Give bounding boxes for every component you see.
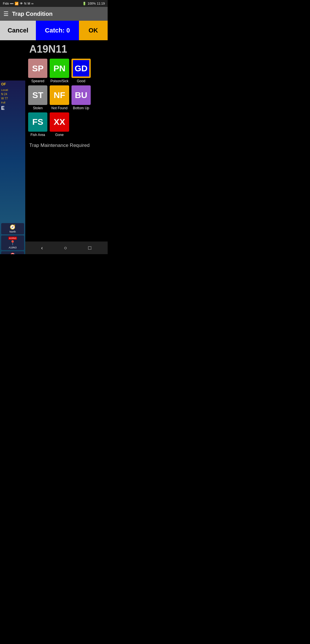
condition-btn-st[interactable]: ST [28, 85, 47, 105]
trap-id: A19N11 [28, 43, 91, 55]
eye-icon: 👁 [20, 2, 23, 5]
nfc-icon: N [24, 2, 26, 5]
a19n3-label: A19N3 [9, 246, 17, 249]
condition-btn-fs[interactable]: FS [28, 112, 47, 132]
condition-label-gd: Good [77, 79, 85, 83]
trap-badge: A19N3 [8, 237, 17, 240]
condition-label-pn: Poison/Sick [51, 79, 69, 83]
map-label-of: OF [0, 80, 25, 88]
status-left: Fido ▪▪▪ 📶 👁 N M ∞ [3, 2, 34, 5]
location-pin-icon: 📍 [10, 240, 16, 246]
north-label: North [9, 230, 16, 233]
signal-icon: ▪▪▪ [10, 2, 13, 5]
condition-btn-pn[interactable]: PN [50, 59, 69, 78]
action-bar: Cancel Catch: 0 OK [0, 21, 108, 40]
app-wrapper: Fido ▪▪▪ 📶 👁 N M ∞ 🔋 100% 11:19 ☰ Trap C… [0, 0, 108, 254]
catch-button[interactable]: Catch: 0 [36, 21, 79, 40]
body-area: OF Locati N 24 W 77 Foll E 🧭 North A19N3… [0, 40, 108, 241]
ok-button[interactable]: OK [79, 21, 108, 40]
main-panel: A19N11 SP Speared PN Poison/Sick [25, 40, 94, 241]
status-bar: Fido ▪▪▪ 📶 👁 N M ∞ 🔋 100% 11:19 [0, 0, 108, 7]
header: ☰ Trap Condition [0, 7, 108, 21]
maintenance-text: Trap Maintenance Required [28, 140, 91, 151]
battery-text: 100% [88, 2, 96, 5]
nav-home-button[interactable]: ○ [59, 243, 72, 253]
condition-label-bu: Bottom Up [73, 106, 89, 110]
autozoom-icon: 🎯 [10, 252, 16, 254]
carrier-text: Fido [3, 2, 9, 5]
nav-recents-button[interactable]: □ [84, 243, 96, 253]
condition-item-sp[interactable]: SP Speared [28, 59, 47, 83]
misc-icon: ∞ [31, 2, 34, 5]
condition-label-fs: Fish Area [30, 133, 45, 137]
condition-item-bu[interactable]: BU Bottom Up [71, 85, 91, 110]
sidebar-item-autozoom[interactable]: 🎯 AutoZoo [1, 251, 24, 254]
map-direction-label: E [0, 105, 25, 112]
map-coord-w: W 77 [0, 96, 25, 101]
map-location-label: Locati [0, 88, 25, 92]
condition-btn-nf[interactable]: NF [50, 85, 69, 105]
condition-label-st: Stolen [33, 106, 43, 110]
map-coord-n: N 24 [0, 92, 25, 96]
time-text: 11:19 [97, 2, 105, 5]
condition-item-nf[interactable]: NF Not Found [50, 85, 69, 110]
condition-item-pn[interactable]: PN Poison/Sick [50, 59, 69, 83]
condition-item-st[interactable]: ST Stolen [28, 85, 47, 110]
sidebar-items: 🧭 North A19N3 📍 A19N3 🎯 AutoZoo ⊙ CentMa [0, 222, 25, 254]
condition-label-nf: Not Found [51, 106, 67, 110]
condition-btn-gd[interactable]: GD [71, 59, 91, 78]
header-title: Trap Condition [12, 11, 53, 17]
sidebar-item-north[interactable]: 🧭 North [1, 223, 24, 234]
status-right: 🔋 100% 11:19 [82, 2, 105, 5]
nav-back-button[interactable]: ‹ [36, 243, 47, 253]
mail-icon: M [28, 2, 30, 5]
condition-btn-xx[interactable]: XX [50, 112, 69, 132]
compass-icon: 🧭 [10, 224, 16, 230]
condition-btn-sp[interactable]: SP [28, 59, 47, 78]
condition-item-xx[interactable]: XX Gone [50, 112, 69, 137]
wifi-icon: 📶 [15, 2, 19, 5]
map-background: OF Locati N 24 W 77 Foll E 🧭 North A19N3… [0, 80, 25, 254]
condition-label-xx: Gone [55, 133, 63, 137]
condition-btn-bu[interactable]: BU [71, 85, 91, 105]
menu-icon[interactable]: ☰ [3, 10, 9, 17]
sidebar-item-a19n3[interactable]: A19N3 📍 A19N3 [1, 235, 24, 250]
condition-label-sp: Speared [31, 79, 44, 83]
battery-icon: 🔋 [82, 2, 86, 5]
cancel-button[interactable]: Cancel [0, 21, 36, 40]
condition-item-gd[interactable]: GD Good [71, 59, 91, 83]
map-follow-label: Foll [0, 101, 25, 105]
condition-item-fs[interactable]: FS Fish Area [28, 112, 47, 137]
condition-grid: SP Speared PN Poison/Sick GD Good [28, 59, 91, 137]
